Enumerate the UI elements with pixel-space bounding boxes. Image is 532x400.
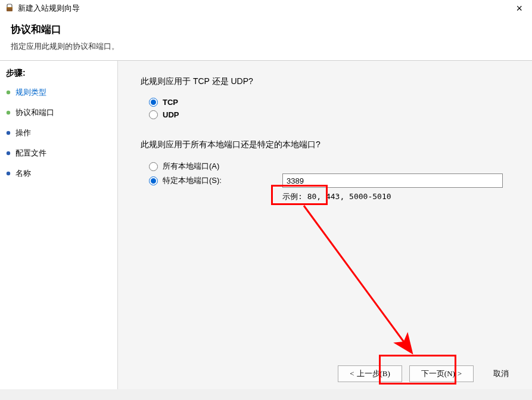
svg-point-4 [7, 131, 10, 135]
step-protocol-port[interactable]: 协议和端口 [6, 107, 111, 118]
radio-specific-ports-label: 特定本地端口(S): [163, 175, 222, 186]
radio-udp-input[interactable] [149, 110, 158, 119]
bullet-icon [6, 171, 11, 176]
bullet-icon [6, 151, 11, 156]
radio-udp[interactable]: UDP [149, 110, 509, 119]
back-label: 上一步(B) [357, 368, 390, 379]
window-title: 新建入站规则向导 [18, 3, 511, 14]
wizard-body: 步骤: 规则类型 协议和端口 操作 配置文件 名称 此规则应用于 TCP 还是 … [0, 61, 532, 389]
radio-tcp-label: TCP [163, 98, 178, 107]
radio-all-ports[interactable]: 所有本地端口(A) [149, 161, 509, 172]
close-button[interactable]: × [511, 2, 527, 15]
step-label: 协议和端口 [15, 107, 54, 118]
radio-udp-label: UDP [163, 110, 179, 119]
step-profile[interactable]: 配置文件 [6, 148, 111, 159]
app-icon [5, 4, 14, 13]
wizard-header: 协议和端口 指定应用此规则的协议和端口。 [0, 17, 532, 60]
chevron-right-icon: > [458, 369, 462, 379]
bullet-icon [6, 131, 11, 135]
back-button[interactable]: < 上一步(B) [338, 365, 402, 382]
wizard-footer: < 上一步(B) 下一页(N) > 取消 [327, 358, 532, 389]
radio-all-ports-input[interactable] [149, 162, 158, 171]
steps-heading: 步骤: [6, 68, 111, 79]
port-input[interactable] [282, 173, 503, 188]
port-input-wrap [282, 173, 509, 188]
radio-tcp-input[interactable] [149, 98, 158, 107]
step-rule-type[interactable]: 规则类型 [6, 87, 111, 98]
protocol-radio-group: TCP UDP [149, 98, 509, 119]
port-example: 示例: 80, 443, 5000-5010 [282, 191, 509, 202]
radio-tcp[interactable]: TCP [149, 98, 509, 107]
port-radio-group: 所有本地端口(A) 特定本地端口(S): 示例: 80, 443, 5000-5… [149, 161, 509, 202]
step-action[interactable]: 操作 [6, 128, 111, 138]
svg-point-5 [7, 151, 10, 155]
svg-point-6 [7, 172, 10, 175]
radio-all-ports-label: 所有本地端口(A) [163, 161, 219, 172]
next-button[interactable]: 下一页(N) > [409, 365, 474, 382]
next-label: 下一页(N) [421, 368, 455, 379]
question-ports: 此规则应用于所有本地端口还是特定的本地端口? [141, 139, 509, 150]
radio-specific-ports-input[interactable] [149, 176, 158, 185]
step-label: 名称 [15, 168, 31, 179]
chevron-left-icon: < [350, 369, 354, 379]
example-prefix: 示例: [282, 192, 307, 201]
cancel-button[interactable]: 取消 [481, 365, 521, 382]
step-name[interactable]: 名称 [6, 168, 111, 179]
step-label: 操作 [15, 128, 31, 138]
steps-sidebar: 步骤: 规则类型 协议和端口 操作 配置文件 名称 [0, 61, 118, 389]
step-label: 配置文件 [15, 148, 46, 159]
bullet-icon [6, 110, 11, 115]
page-title: 协议和端口 [11, 23, 521, 36]
page-subtitle: 指定应用此规则的协议和端口。 [11, 41, 521, 52]
svg-point-2 [7, 91, 10, 94]
svg-point-3 [7, 111, 10, 114]
titlebar: 新建入站规则向导 × [0, 0, 532, 17]
cancel-label: 取消 [493, 368, 509, 379]
bullet-icon [6, 90, 11, 95]
wizard-content: 此规则应用于 TCP 还是 UDP? TCP UDP 此规则应用于所有本地端口还… [118, 61, 532, 389]
step-label: 规则类型 [15, 87, 46, 98]
svg-rect-1 [7, 7, 13, 8]
question-protocol: 此规则应用于 TCP 还是 UDP? [141, 76, 509, 87]
example-value: 80, 443, 5000-5010 [307, 192, 391, 201]
